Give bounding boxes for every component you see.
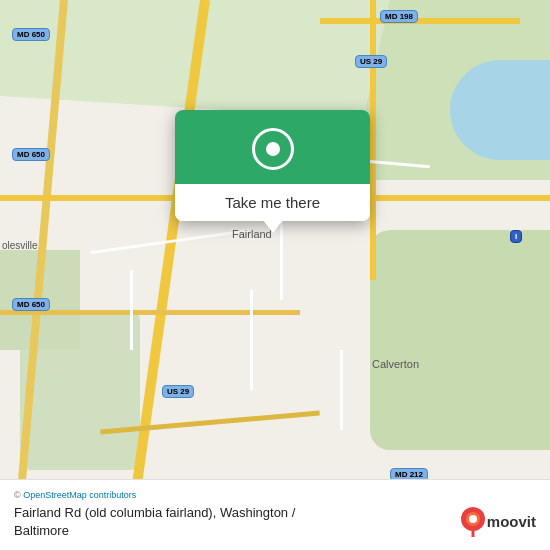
- road-badge-md650-ml: MD 650: [12, 148, 50, 161]
- map-container: MD 650 MD 650 MD 650 MD 198 US 29 US 29 …: [0, 0, 550, 550]
- moovit-logo: moovit: [461, 507, 536, 537]
- road-badge-us29-top: US 29: [355, 55, 387, 68]
- popup-header: [175, 110, 370, 184]
- address-text: Fairland Rd (old columbia fairland), Was…: [14, 504, 451, 540]
- osm-attribution: © OpenStreetMap contributors: [14, 490, 536, 500]
- road-badge-md198: MD 198: [380, 10, 418, 23]
- address-line2: Baltimore: [14, 523, 69, 538]
- road-badge-us29-mid: US 29: [162, 385, 194, 398]
- moovit-pin-icon: [461, 507, 485, 537]
- copyright-symbol: ©: [14, 490, 21, 500]
- bottom-bar: © OpenStreetMap contributors Fairland Rd…: [0, 479, 550, 550]
- pin-dot: [266, 142, 280, 156]
- address-line1: Fairland Rd (old columbia fairland), Was…: [14, 505, 295, 520]
- water-area: [450, 60, 550, 160]
- road-badge-md650-ll: MD 650: [12, 298, 50, 311]
- road-badge-interstate: I: [510, 230, 522, 243]
- road-local: [130, 270, 133, 350]
- green-area: [370, 230, 550, 450]
- road-badge-md650-tl: MD 650: [12, 28, 50, 41]
- road-local: [340, 350, 343, 430]
- osm-link[interactable]: OpenStreetMap contributors: [23, 490, 136, 500]
- road-local: [250, 290, 253, 390]
- popup-tail: [263, 220, 283, 233]
- location-pin-icon: [252, 128, 294, 170]
- road-local: [370, 0, 376, 280]
- pin-circle: [252, 128, 294, 170]
- bottom-content: Fairland Rd (old columbia fairland), Was…: [14, 504, 536, 540]
- location-popup: Take me there: [175, 110, 370, 221]
- road-md198: [320, 18, 520, 24]
- svg-point-2: [469, 515, 477, 523]
- take-me-there-button[interactable]: Take me there: [175, 184, 370, 221]
- moovit-brand-text: moovit: [487, 513, 536, 530]
